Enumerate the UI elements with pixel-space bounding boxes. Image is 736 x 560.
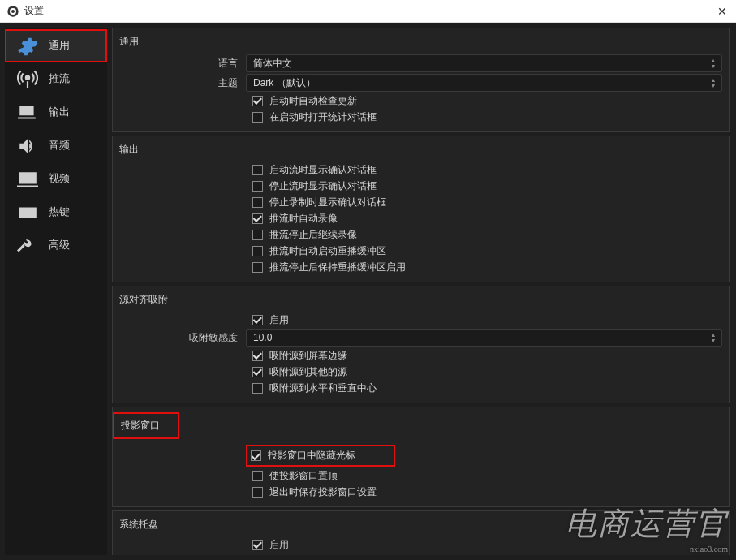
titlebar: 设置 ✕ xyxy=(0,0,736,23)
checkbox-hide-cursor[interactable] xyxy=(251,450,261,461)
sidebar-item-hotkeys[interactable]: 热键 xyxy=(5,196,107,229)
spinner-icon: ▲▼ xyxy=(707,75,720,90)
content-panel: 通用 语言 简体中文 ▲▼ 主题 Dark （默认） xyxy=(112,28,731,555)
checkbox-continue-record[interactable] xyxy=(252,230,263,240)
sidebar-label: 音频 xyxy=(49,139,70,153)
checkbox-auto-replay-buffer[interactable] xyxy=(252,246,263,256)
checkbox-stop-record-confirm[interactable] xyxy=(252,197,263,208)
checkbox-snap-other-sources[interactable] xyxy=(252,367,263,377)
video-icon xyxy=(16,168,39,191)
section-title: 投影窗口 xyxy=(113,412,179,439)
sidebar-item-advanced[interactable]: 高级 xyxy=(5,229,107,262)
sidebar-label: 热键 xyxy=(49,205,70,219)
spinner-icon: ▲▼ xyxy=(707,330,720,345)
checkbox-snap-center[interactable] xyxy=(252,383,263,394)
sidebar-item-audio[interactable]: 音频 xyxy=(5,129,107,162)
language-combo[interactable]: 简体中文 ▲▼ xyxy=(246,54,722,72)
theme-combo[interactable]: Dark （默认） ▲▼ xyxy=(246,74,722,92)
sidebar-label: 输出 xyxy=(49,106,70,119)
theme-label: 主题 xyxy=(113,76,246,90)
window-title: 设置 xyxy=(24,4,715,18)
checkbox-keep-replay-buffer[interactable] xyxy=(252,262,263,273)
sidebar-item-video[interactable]: 视频 xyxy=(5,162,107,196)
spinner-icon: ▲▼ xyxy=(707,56,720,71)
checkbox-start-stream-confirm[interactable] xyxy=(252,165,263,175)
section-title: 输出 xyxy=(113,141,729,162)
sidebar: 通用 推流 输出 音频 xyxy=(5,28,107,555)
language-label: 语言 xyxy=(113,57,246,71)
checkbox-snap-screen-edge[interactable] xyxy=(252,351,263,361)
sensitivity-label: 吸附敏感度 xyxy=(113,331,246,345)
section-snap: 源对齐吸附 启用 吸附敏感度 10.0 ▲▼ 吸附源到屏幕边缘 吸附源到其他的源… xyxy=(112,286,730,403)
audio-icon xyxy=(16,135,39,157)
sensitivity-spinbox[interactable]: 10.0 ▲▼ xyxy=(246,329,722,347)
checkbox-auto-record[interactable] xyxy=(252,213,263,224)
section-output: 输出 启动流时显示确认对话框 停止流时显示确认对话框 停止录制时显示确认对话框 … xyxy=(112,136,730,282)
checkbox-auto-update[interactable] xyxy=(252,96,263,106)
sidebar-item-general[interactable]: 通用 xyxy=(5,29,107,62)
section-title: 系统托盘 xyxy=(113,516,729,536)
sidebar-label: 通用 xyxy=(49,39,70,53)
output-icon xyxy=(16,101,39,124)
section-title: 通用 xyxy=(113,33,729,54)
close-button[interactable]: ✕ xyxy=(715,4,730,19)
sidebar-item-output[interactable]: 输出 xyxy=(5,96,107,129)
checkbox-save-projector[interactable] xyxy=(252,487,263,498)
section-general: 通用 语言 简体中文 ▲▼ 主题 Dark （默认） xyxy=(112,28,730,132)
sidebar-item-stream[interactable]: 推流 xyxy=(5,62,107,96)
checkbox-projector-top[interactable] xyxy=(252,471,263,481)
keyboard-icon xyxy=(16,201,39,224)
sidebar-label: 高级 xyxy=(49,239,70,252)
tools-icon xyxy=(16,235,39,257)
sidebar-label: 推流 xyxy=(49,72,70,86)
broadcast-icon xyxy=(16,68,39,91)
checkbox-snap-enable[interactable] xyxy=(252,315,263,325)
section-projector: 投影窗口 投影窗口中隐藏光标 使投影窗口置顶 退出时保存投影窗口设置 xyxy=(112,407,730,507)
section-title: 源对齐吸附 xyxy=(113,291,729,312)
sidebar-label: 视频 xyxy=(49,172,70,186)
checkbox-open-stats[interactable] xyxy=(252,112,263,123)
svg-point-2 xyxy=(11,10,15,13)
section-tray: 系统托盘 启用 开始时最小化到系统托盘 总是最小化到系统托盘，而不是任务栏 xyxy=(112,510,730,555)
checkbox-tray-enable[interactable] xyxy=(252,540,263,550)
app-icon xyxy=(6,5,19,18)
gear-icon xyxy=(16,35,39,58)
checkbox-stop-stream-confirm[interactable] xyxy=(252,181,263,192)
